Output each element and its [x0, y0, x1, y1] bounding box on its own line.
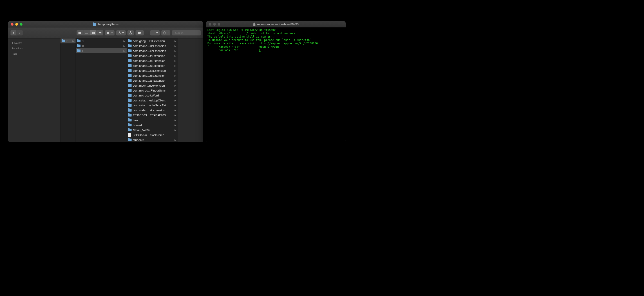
finder-window: TemporaryItems: [8, 21, 204, 142]
list-item[interactable]: com.khano…dsExtension▶: [127, 44, 178, 48]
item-label: com.googl…PIExtension: [133, 39, 173, 43]
list-item[interactable]: com.khano…ialExtension▶: [127, 68, 178, 73]
forward-button[interactable]: [17, 30, 23, 36]
back-button[interactable]: [10, 30, 17, 36]
list-item[interactable]: com.khano…tsExtension▶: [127, 53, 178, 58]
chevron-right-icon: ▶: [174, 99, 176, 102]
sidebar-section-tags[interactable]: Tags: [8, 51, 60, 56]
folder-icon: [128, 40, 132, 42]
chevron-right-icon: ▶: [174, 74, 176, 77]
terminal-body[interactable]: Last login: Sun Sep 6 19:43:22 on ttys00…: [206, 28, 346, 142]
svg-rect-16: [107, 33, 108, 34]
folder-icon: [128, 69, 132, 72]
folder-icon: [128, 89, 132, 92]
list-item[interactable]: com.micros…FinderSync▶: [127, 88, 178, 93]
sidebar-section-locations[interactable]: Locations: [8, 46, 60, 51]
list-item[interactable]: C▶: [76, 44, 126, 48]
cursor: [259, 49, 261, 52]
list-item[interactable]: F336ED43…EE9BAF845▶: [127, 113, 178, 118]
gear-icon: [118, 31, 121, 34]
chevron-right-icon: ▶: [174, 109, 176, 112]
svg-rect-15: [108, 32, 109, 32]
share-icon: [129, 31, 132, 34]
close-button[interactable]: [11, 23, 14, 26]
search-field[interactable]: [172, 30, 201, 36]
folder-icon: [128, 54, 132, 57]
minimize-button[interactable]: [15, 23, 18, 26]
list-item[interactable]: com.googl…PIExtension▶: [127, 38, 178, 44]
item-label: com.setap…nderSyncExt: [133, 104, 173, 107]
chevron-right-icon: ▶: [174, 94, 176, 97]
list-item[interactable]: com.stefan…ri.extension▶: [127, 108, 178, 113]
folder-icon: [77, 50, 80, 52]
chevron-down-icon: [156, 32, 158, 34]
search-input[interactable]: [175, 31, 204, 34]
column-0[interactable]: 000gn▶: [60, 38, 76, 142]
chevron-right-icon: ▶: [174, 45, 176, 47]
share-button[interactable]: [127, 30, 134, 36]
svg-rect-10: [99, 32, 102, 33]
item-label: 0: [82, 39, 122, 43]
svg-rect-14: [107, 32, 108, 32]
close-button[interactable]: [209, 23, 211, 26]
folder-icon: [128, 114, 132, 116]
item-label: com.khano…ariExtension: [133, 79, 173, 82]
list-item[interactable]: 0▶: [76, 38, 126, 44]
list-item[interactable]: com.setap…nderSyncExt▶: [127, 103, 178, 108]
column-1[interactable]: 0▶C▶T▶: [76, 38, 127, 142]
folder-icon: [128, 74, 132, 77]
chevron-right-icon: ▶: [174, 139, 176, 141]
list-item[interactable]: com.khano…rsExtension▶: [127, 73, 178, 78]
action-button[interactable]: [116, 30, 126, 36]
tags-button[interactable]: [135, 30, 144, 36]
trash-dropdown[interactable]: [161, 30, 170, 36]
arrange-button[interactable]: [105, 30, 115, 36]
file-icon: [128, 133, 131, 137]
sidebar-section-favorites[interactable]: Favorites: [8, 40, 60, 46]
column-3[interactable]: [178, 38, 203, 142]
window-title: nateswanner — -bash — 80×33: [206, 22, 346, 26]
view-icons-button[interactable]: [76, 30, 83, 36]
zoom-button[interactable]: [218, 23, 220, 26]
view-mode-buttons: [76, 30, 104, 36]
folder-icon: [128, 104, 132, 106]
list-item[interactable]: T▶: [76, 48, 126, 53]
list-item[interactable]: SOSBacku…nlock-tomb: [127, 132, 178, 138]
path-dropdown[interactable]: [150, 30, 160, 36]
list-item[interactable]: com.khano…ariExtension▶: [127, 78, 178, 83]
list-item[interactable]: MSau_57899▶: [127, 128, 178, 132]
svg-rect-9: [94, 32, 95, 34]
list-item[interactable]: com.khano…esExtension▶: [127, 48, 178, 53]
terminal-line: Last login: Sun Sep 6 19:43:22 on ttys00…: [207, 28, 344, 32]
list-item[interactable]: com.macit…ncextension▶: [127, 83, 178, 88]
list-item[interactable]: heard▶: [127, 118, 178, 122]
traffic-lights: [206, 23, 220, 26]
list-item[interactable]: com.khano…mExtension▶: [127, 58, 178, 63]
list-item[interactable]: 000gn▶: [60, 38, 76, 44]
list-item[interactable]: com.setap…esktopClient▶: [127, 98, 178, 103]
item-label: F336ED43…EE9BAF845: [133, 114, 173, 117]
view-columns-button[interactable]: [90, 30, 97, 36]
svg-rect-8: [93, 32, 94, 34]
chevron-right-icon: ▶: [174, 50, 176, 52]
list-item[interactable]: homed▶: [127, 122, 178, 128]
list-item[interactable]: com.khano…alExtension▶: [127, 63, 178, 68]
zoom-button[interactable]: [20, 23, 22, 26]
chevron-right-icon: ▶: [124, 50, 125, 52]
chevron-right-icon: ▶: [174, 55, 176, 57]
list-item[interactable]: com.microsoft.Word▶: [127, 93, 178, 98]
view-list-button[interactable]: [83, 30, 90, 36]
chevron-down-icon: [111, 32, 113, 34]
terminal-titlebar[interactable]: nateswanner — -bash — 80×33: [206, 21, 346, 28]
column-2[interactable]: com.googl…PIExtension▶com.khano…dsExtens…: [127, 38, 178, 142]
item-label: MSau_57899: [133, 128, 173, 132]
view-gallery-button[interactable]: [97, 30, 104, 36]
item-label: com.khano…mExtension: [133, 59, 173, 62]
minimize-button[interactable]: [213, 23, 216, 26]
folder-icon: [62, 40, 65, 42]
finder-titlebar[interactable]: TemporaryItems: [8, 21, 203, 28]
item-label: com.khano…alExtension: [133, 64, 173, 68]
svg-rect-12: [100, 34, 100, 34]
list-item[interactable]: studentd▶: [127, 138, 178, 142]
folder-icon: [128, 44, 132, 47]
